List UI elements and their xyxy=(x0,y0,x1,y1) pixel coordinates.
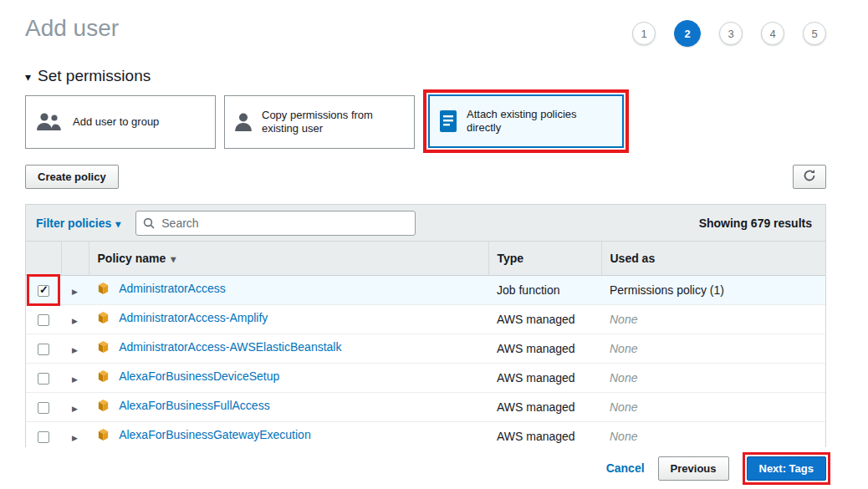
type-cell: Job function xyxy=(488,275,601,304)
checkbox-cell xyxy=(26,334,61,363)
header-policy-name: Policy name xyxy=(89,242,488,275)
row-checkbox[interactable] xyxy=(38,402,49,414)
expand-cell xyxy=(61,304,89,334)
expand-cell xyxy=(61,275,89,304)
header-checkbox-column xyxy=(26,242,61,275)
annotation-red-box-next-button: Next: Tags xyxy=(743,452,831,485)
policy-link[interactable]: AlexaForBusinessGatewayExecution xyxy=(119,428,311,441)
policy-name-cell: AdministratorAccess xyxy=(89,275,488,304)
policy-link[interactable]: AdministratorAccess-AWSElasticBeanstalk xyxy=(119,340,341,354)
row-checkbox[interactable] xyxy=(38,373,49,385)
policy-name-cell: AlexaForBusinessGatewayExecution xyxy=(89,421,488,451)
policies-panel: Filter policies Showing 679 results xyxy=(25,204,826,452)
card-add-user-to-group[interactable]: Add user to group xyxy=(25,95,216,149)
sort-descending-icon xyxy=(171,252,176,265)
policy-cube-icon xyxy=(97,372,110,385)
used-as-cell: None xyxy=(601,334,825,363)
annotation-red-box-selected-card: Attach existing policies directly xyxy=(423,89,629,153)
row-expand-icon[interactable] xyxy=(72,430,78,443)
create-policy-button[interactable]: Create policy xyxy=(25,165,119,189)
policy-link[interactable]: AlexaForBusinessFullAccess xyxy=(119,399,270,412)
row-checkbox[interactable] xyxy=(38,344,49,355)
results-count: Showing 679 results xyxy=(699,216,815,230)
type-cell: AWS managed xyxy=(488,392,601,421)
policies-table: Policy name Type Used as xyxy=(26,242,825,451)
card-copy-permissions[interactable]: Copy permissions from existing user xyxy=(224,95,415,149)
used-as-cell: None xyxy=(601,421,825,451)
filter-policies-dropdown[interactable]: Filter policies xyxy=(36,216,120,230)
header-type: Type xyxy=(488,242,601,275)
policy-cube-icon xyxy=(97,284,110,298)
policy-name-cell: AdministratorAccess-Amplify xyxy=(89,304,488,334)
add-user-wizard-page: Add user 1 2 3 4 5 Set permissions Add u… xyxy=(0,0,868,489)
policy-name-header-label: Policy name xyxy=(98,252,166,265)
document-icon xyxy=(438,110,458,133)
table-row-alexaforbusinessgatewayexecution[interactable]: AlexaForBusinessGatewayExecution AWS man… xyxy=(26,421,825,451)
chevron-down-icon xyxy=(115,216,120,230)
refresh-button[interactable] xyxy=(793,165,826,189)
policy-link[interactable]: AlexaForBusinessDeviceSetup xyxy=(119,369,279,383)
page-header: Add user 1 2 3 4 5 xyxy=(0,0,868,60)
checkbox-cell xyxy=(26,392,61,421)
user-icon xyxy=(233,112,253,132)
used-as-cell: Permissions policy (1) xyxy=(601,275,825,304)
row-expand-icon[interactable] xyxy=(72,371,78,385)
policy-cube-icon xyxy=(97,343,110,356)
table-row-administratoraccess[interactable]: AdministratorAccess Job function Permiss… xyxy=(26,275,825,304)
card-label: Attach existing policies directly xyxy=(467,108,614,135)
expand-cell xyxy=(61,363,89,392)
expand-cell xyxy=(61,392,89,421)
policy-cube-icon xyxy=(97,430,110,444)
policy-toolbar: Create policy xyxy=(0,165,868,189)
search-icon xyxy=(143,217,155,232)
table-row-administratoraccess-awselasticbeanstalk[interactable]: AdministratorAccess-AWSElasticBeanstalk … xyxy=(26,334,825,363)
section-title: Set permissions xyxy=(38,67,151,85)
next-tags-button[interactable]: Next: Tags xyxy=(747,456,827,481)
wizard-footer: Cancel Previous Next: Tags xyxy=(0,447,868,489)
step-3-indicator: 3 xyxy=(719,22,743,45)
type-cell: AWS managed xyxy=(488,304,601,334)
search-input[interactable] xyxy=(135,211,416,236)
row-expand-icon[interactable] xyxy=(72,313,78,326)
policy-name-cell: AdministratorAccess-AWSElasticBeanstalk xyxy=(89,334,488,363)
checkbox-cell xyxy=(26,421,61,451)
policy-link[interactable]: AdministratorAccess-Amplify xyxy=(119,311,268,324)
used-as-cell: None xyxy=(601,363,825,392)
policy-link[interactable]: AdministratorAccess xyxy=(119,282,226,295)
checkbox-cell xyxy=(26,304,61,334)
card-label: Copy permissions from existing user xyxy=(262,109,406,136)
used-as-cell: None xyxy=(601,392,825,421)
type-cell: AWS managed xyxy=(488,363,601,392)
policy-cube-icon xyxy=(97,313,110,327)
table-row-alexaforbusinessdevicesetup[interactable]: AlexaForBusinessDeviceSetup AWS managed … xyxy=(26,363,825,392)
permission-option-cards: Add user to group Copy permissions from … xyxy=(0,95,868,153)
row-checkbox[interactable] xyxy=(38,314,49,326)
policy-cube-icon xyxy=(97,401,110,415)
row-expand-icon[interactable] xyxy=(72,283,78,297)
step-1-indicator: 1 xyxy=(632,22,656,45)
row-expand-icon[interactable] xyxy=(72,400,78,414)
group-icon xyxy=(34,112,64,132)
header-used-as: Used as xyxy=(601,242,825,275)
row-checkbox[interactable] xyxy=(38,431,49,443)
checkbox-cell xyxy=(26,363,61,392)
type-cell: AWS managed xyxy=(488,334,601,363)
checkbox-cell xyxy=(26,275,61,304)
table-row-administratoraccess-amplify[interactable]: AdministratorAccess-Amplify AWS managed … xyxy=(26,304,825,334)
row-expand-icon[interactable] xyxy=(72,342,78,355)
filter-policies-label: Filter policies xyxy=(36,216,111,230)
filter-bar: Filter policies Showing 679 results xyxy=(26,205,825,242)
used-as-cell: None xyxy=(601,304,825,334)
table-row-alexaforbusinessfullaccess[interactable]: AlexaForBusinessFullAccess AWS managed N… xyxy=(26,392,825,421)
step-2-indicator-active: 2 xyxy=(674,20,701,47)
policy-name-cell: AlexaForBusinessDeviceSetup xyxy=(89,363,488,392)
card-attach-existing-policies[interactable]: Attach existing policies directly xyxy=(428,94,624,148)
cancel-button[interactable]: Cancel xyxy=(606,461,645,475)
header-expand-column xyxy=(61,242,89,275)
previous-button[interactable]: Previous xyxy=(658,456,729,481)
step-4-indicator: 4 xyxy=(761,22,784,45)
section-collapse-caret-icon xyxy=(25,67,31,85)
row-checkbox-checked[interactable] xyxy=(38,285,49,297)
policy-name-sort-control[interactable]: Policy name xyxy=(98,252,176,265)
step-5-indicator: 5 xyxy=(803,22,826,45)
